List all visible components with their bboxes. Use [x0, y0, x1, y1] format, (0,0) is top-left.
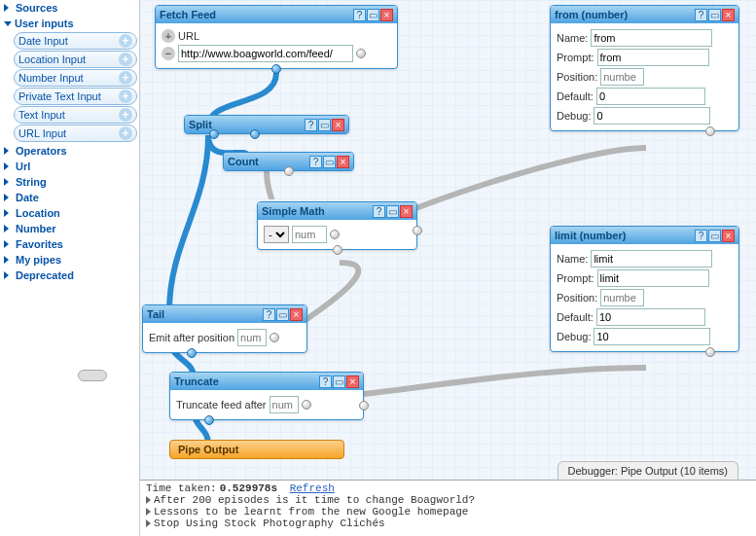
- sidebar-section-user-inputs[interactable]: User inputs: [0, 16, 139, 31]
- minimize-icon[interactable]: ▭: [276, 308, 289, 321]
- node-header[interactable]: limit (number) ?▭×: [551, 227, 738, 244]
- node-tail[interactable]: Tail ?▭× Emit after position: [142, 304, 307, 353]
- debug-input[interactable]: [594, 107, 710, 125]
- remove-url-button[interactable]: −: [162, 47, 175, 60]
- add-icon[interactable]: +: [119, 53, 132, 66]
- sidebar-section-string[interactable]: String: [0, 174, 139, 190]
- output-port[interactable]: [204, 415, 214, 425]
- close-icon[interactable]: ×: [722, 230, 735, 242]
- close-icon[interactable]: ×: [346, 375, 359, 388]
- output-port[interactable]: [705, 126, 715, 136]
- node-count[interactable]: Count ?▭×: [223, 152, 354, 171]
- url-input[interactable]: [178, 45, 353, 62]
- sidebar-section-url[interactable]: Url: [0, 159, 139, 174]
- default-input[interactable]: [596, 88, 705, 105]
- debug-input[interactable]: [594, 328, 710, 345]
- add-icon[interactable]: +: [119, 71, 132, 85]
- help-icon[interactable]: ?: [309, 156, 322, 168]
- sidebar-section-location[interactable]: Location: [0, 205, 139, 221]
- console-item[interactable]: Stop Using Stock Photography Clichés: [146, 518, 750, 529]
- name-input[interactable]: [591, 29, 712, 47]
- output-port[interactable]: [271, 64, 281, 74]
- sidebar-section-operators[interactable]: Operators: [0, 143, 139, 159]
- output-port[interactable]: [705, 347, 715, 357]
- pipe-canvas[interactable]: Fetch Feed ? ▭ × +URL − Split ?▭×: [140, 0, 756, 536]
- node-header[interactable]: Simple Math ?▭×: [258, 202, 416, 220]
- position-input[interactable]: [600, 289, 644, 306]
- add-icon[interactable]: +: [119, 89, 132, 103]
- close-icon[interactable]: ×: [290, 308, 303, 321]
- minimize-icon[interactable]: ▭: [318, 119, 331, 131]
- node-fetch-feed[interactable]: Fetch Feed ? ▭ × +URL −: [155, 5, 398, 69]
- help-icon[interactable]: ?: [353, 9, 366, 21]
- sidebar-item-text-input[interactable]: Text Input+: [14, 106, 137, 124]
- console-item[interactable]: After 200 episodes is it time to change …: [146, 494, 750, 506]
- port-icon[interactable]: [270, 333, 279, 342]
- sidebar-section-sources[interactable]: Sources: [0, 0, 139, 16]
- default-input[interactable]: [596, 308, 705, 326]
- sidebar-resize-handle[interactable]: [78, 370, 107, 381]
- output-port[interactable]: [413, 226, 422, 235]
- add-icon[interactable]: +: [119, 108, 132, 122]
- add-url-button[interactable]: +: [162, 29, 175, 43]
- port-icon[interactable]: [302, 400, 311, 410]
- sidebar-section-favorites[interactable]: Favorites: [0, 236, 139, 252]
- node-header[interactable]: Fetch Feed ? ▭ ×: [156, 6, 397, 23]
- port-icon[interactable]: [356, 49, 366, 58]
- debugger-tab[interactable]: Debugger: Pipe Output (10 items): [558, 461, 738, 480]
- help-icon[interactable]: ?: [263, 308, 275, 321]
- help-icon[interactable]: ?: [373, 205, 385, 218]
- close-icon[interactable]: ×: [400, 205, 413, 218]
- name-input[interactable]: [591, 250, 712, 268]
- help-icon[interactable]: ?: [695, 9, 707, 21]
- help-icon[interactable]: ?: [305, 119, 317, 131]
- close-icon[interactable]: ×: [380, 9, 393, 21]
- add-icon[interactable]: +: [119, 34, 132, 48]
- sidebar-item-location-input[interactable]: Location Input+: [14, 51, 137, 68]
- node-truncate[interactable]: Truncate ?▭× Truncate feed after: [169, 372, 364, 420]
- node-simple-math[interactable]: Simple Math ?▭× -: [257, 201, 417, 250]
- sidebar-section-my-pipes[interactable]: My pipes: [0, 252, 139, 268]
- add-icon[interactable]: +: [119, 126, 132, 140]
- node-from-number[interactable]: from (number) ?▭× Name: Prompt: Position…: [550, 5, 739, 131]
- minimize-icon[interactable]: ▭: [367, 9, 379, 21]
- node-pipe-output[interactable]: Pipe Output: [169, 440, 344, 459]
- rhs-input[interactable]: [292, 226, 327, 243]
- help-icon[interactable]: ?: [319, 375, 332, 388]
- minimize-icon[interactable]: ▭: [323, 156, 336, 168]
- tail-value-input[interactable]: [237, 329, 267, 346]
- sidebar-section-deprecated[interactable]: Deprecated: [0, 268, 139, 283]
- sidebar-item-date-input[interactable]: Date Input+: [14, 32, 137, 50]
- minimize-icon[interactable]: ▭: [386, 205, 399, 218]
- minimize-icon[interactable]: ▭: [333, 375, 345, 388]
- truncate-value-input[interactable]: [270, 396, 299, 413]
- node-header[interactable]: from (number) ?▭×: [551, 6, 738, 23]
- close-icon[interactable]: ×: [337, 156, 349, 168]
- node-limit-number[interactable]: limit (number) ?▭× Name: Prompt: Positio…: [550, 226, 739, 352]
- minimize-icon[interactable]: ▭: [708, 230, 721, 242]
- sidebar-item-url-input[interactable]: URL Input+: [14, 125, 137, 142]
- position-input[interactable]: [600, 68, 644, 86]
- sidebar-item-number-input[interactable]: Number Input+: [14, 69, 137, 87]
- help-icon[interactable]: ?: [695, 230, 707, 242]
- side-port[interactable]: [359, 401, 369, 411]
- close-icon[interactable]: ×: [332, 119, 344, 131]
- refresh-link[interactable]: Refresh: [290, 482, 335, 494]
- sidebar-section-date[interactable]: Date: [0, 190, 139, 205]
- console-item[interactable]: Lessons to be learnt from the new Google…: [146, 506, 750, 518]
- close-icon[interactable]: ×: [722, 9, 735, 21]
- operator-select[interactable]: -: [264, 226, 289, 243]
- prompt-input[interactable]: [597, 269, 709, 287]
- sidebar-section-number[interactable]: Number: [0, 221, 139, 236]
- minimize-icon[interactable]: ▭: [708, 9, 721, 21]
- output-port[interactable]: [250, 129, 260, 139]
- prompt-input[interactable]: [597, 49, 709, 66]
- output-port[interactable]: [333, 245, 342, 255]
- node-header[interactable]: Truncate ?▭×: [170, 373, 363, 390]
- port-icon[interactable]: [330, 230, 340, 239]
- node-header[interactable]: Tail ?▭×: [143, 305, 306, 323]
- output-port[interactable]: [187, 348, 197, 358]
- sidebar-item-private-text-input[interactable]: Private Text Input+: [14, 88, 137, 105]
- node-split[interactable]: Split ?▭×: [184, 115, 349, 134]
- output-port[interactable]: [284, 166, 294, 176]
